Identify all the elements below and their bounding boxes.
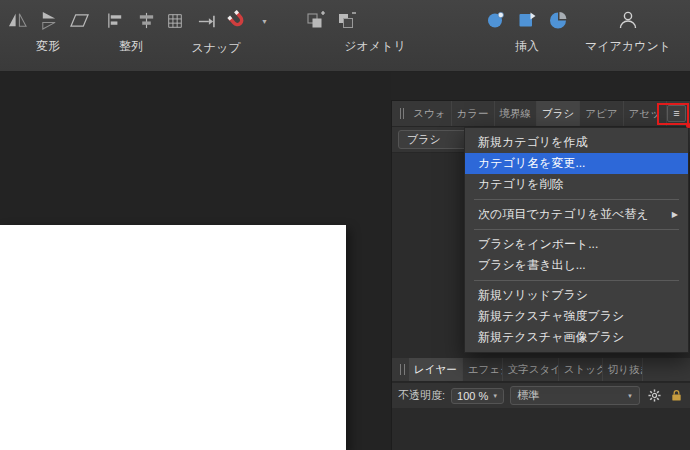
brush-panel-context-menu: 新規カテゴリを作成 カテゴリ名を変更... カテゴリを削除 次の項目でカテゴリを… [464,127,689,353]
submenu-arrow-icon: ▶ [672,204,678,225]
toolbar-label-snap: スナップ [191,40,240,57]
layers-list-area [392,408,690,450]
tab-assets[interactable]: アセッ [624,101,667,126]
menu-item-new-solid-brush[interactable]: 新規ソリッドブラシ [465,285,688,306]
tab-stroke[interactable]: 境界線 [495,101,538,126]
menu-item-rename-category[interactable]: カテゴリ名を変更... [465,153,688,174]
flip-horizontal-icon[interactable] [6,9,28,31]
menu-item-sort-categories[interactable]: 次の項目でカテゴリを並べ替え ▶ [465,204,688,225]
menu-item-export-brushes[interactable]: ブラシを書き出し... [465,255,688,276]
insert-pie-icon[interactable] [547,9,569,31]
tab-stock[interactable]: ストック [559,358,603,381]
menu-item-delete-category[interactable]: カテゴリを削除 [465,174,688,195]
opacity-value-dropdown[interactable]: 100 % ▼ [451,388,504,404]
add-geometry-icon[interactable] [305,9,327,31]
toolbar-group-snap: ▼ スナップ [156,9,276,57]
menu-item-new-texture-image-brush[interactable]: 新規テクスチャ画像ブラシ [465,327,688,348]
brush-category-value: ブラシ [407,132,441,147]
menu-item-new-texture-intensity-brush[interactable]: 新規テクスチャ強度ブラシ [465,306,688,327]
layers-options-row: 不透明度: 100 % ▼ 標準 ▼ [392,382,690,408]
panel-drag-grip[interactable] [400,108,404,119]
toolbar-label-insert: 挿入 [515,38,539,55]
toolbar-label-transform: 変形 [36,38,60,55]
align-left-icon[interactable] [105,9,127,31]
panel-drag-grip-lower[interactable] [400,364,405,375]
menu-item-import-brushes[interactable]: ブラシをインポート... [465,234,688,255]
move-snap-icon[interactable] [195,10,217,32]
subtract-geometry-icon[interactable] [336,9,358,31]
toolbar-label-account: マイアカウント [585,38,671,55]
lock-icon[interactable] [668,388,684,404]
menu-item-sort-categories-label: 次の項目でカテゴリを並べ替え [478,204,649,225]
panel-menu-button[interactable]: ≡ [667,105,686,122]
main-toolbar: 変形 整列 ▼ スナップ [0,0,690,72]
blend-mode-dropdown[interactable]: 標準 ▼ [510,386,640,405]
tab-color[interactable]: カラー [452,101,495,126]
opacity-caret-icon: ▼ [492,393,498,399]
magnet-dropdown-caret[interactable]: ▼ [261,18,268,25]
opacity-value: 100 % [457,390,488,402]
tab-brushes[interactable]: ブラシ [537,101,580,126]
menu-separator [474,199,679,200]
gear-icon[interactable] [646,388,662,404]
tab-effects[interactable]: エフェクト [463,358,503,381]
toolbar-label-align: 整列 [119,38,143,55]
toolbar-group-insert: 挿入 [478,9,576,55]
tab-layers[interactable]: レイヤー [409,358,463,381]
menu-separator [474,280,679,281]
blend-mode-caret-icon: ▼ [627,393,633,399]
tab-crop[interactable]: 切り抜き [603,358,643,381]
menu-item-new-category[interactable]: 新規カテゴリを作成 [465,132,688,153]
tab-text-styles[interactable]: 文字スタイル [503,358,559,381]
opacity-label: 不透明度: [398,388,445,403]
flip-vertical-icon[interactable] [37,9,59,31]
tab-swatches[interactable]: スウォ [408,101,451,126]
insert-ellipse-icon[interactable] [485,9,507,31]
magnet-icon[interactable] [226,9,250,33]
account-icon[interactable] [617,9,639,31]
menu-separator [474,229,679,230]
insert-rectangle-icon[interactable] [516,9,538,31]
layers-panel-tabbar: レイヤー エフェクト 文字スタイル ストック 切り抜き [392,358,690,382]
document-page[interactable] [0,225,346,450]
grid-snap-icon[interactable] [164,10,186,32]
align-center-icon[interactable] [136,9,158,31]
toolbar-group-transform: 変形 [2,9,94,55]
toolbar-group-account: マイアカウント [584,9,672,55]
canvas-area[interactable] [0,72,391,450]
toolbar-group-geometry: ジオメトリ [300,9,450,55]
hamburger-icon: ≡ [673,108,679,119]
shear-icon[interactable] [68,9,90,31]
brush-panel-tabbar: スウォ カラー 境界線 ブラシ アピア アセッ ≡ [392,101,690,127]
blend-mode-value: 標準 [517,388,539,403]
toolbar-group-align: 整列 [98,9,164,55]
toolbar-label-geometry: ジオメトリ [344,38,405,55]
tab-appearance[interactable]: アピア [580,101,623,126]
